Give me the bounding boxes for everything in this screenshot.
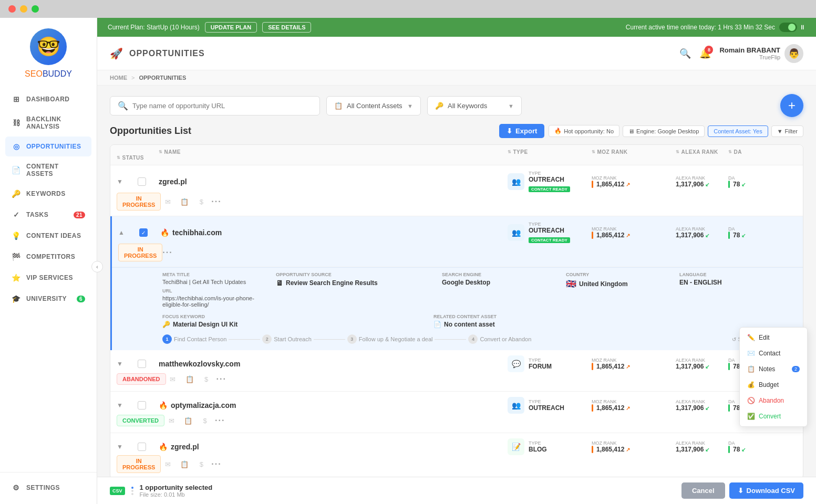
arrow-up-icon: ↗ <box>626 364 630 370</box>
mail-action-icon[interactable]: ✉ <box>164 414 178 427</box>
row-checkbox-checked[interactable]: ✓ <box>139 228 148 237</box>
row-expand-btn[interactable]: ▼ <box>117 402 138 409</box>
filter-btn[interactable]: ▼ Filter <box>771 125 803 137</box>
note-action-icon[interactable]: 📋 <box>178 195 191 208</box>
alexa-rank-cell: ALEXA RANK 1,317,906 ↙ <box>676 399 728 412</box>
sidebar-item-opportunities[interactable]: ◎ OPPORTUNITIES <box>5 136 91 156</box>
mail-action-icon[interactable]: ✉ <box>161 195 174 208</box>
step-num: 3 <box>347 334 357 344</box>
minimize-dot[interactable] <box>20 5 27 13</box>
row-checkbox[interactable] <box>138 360 146 368</box>
col-status[interactable]: ⇅ STATUS <box>117 155 138 161</box>
col-alexa[interactable]: ⇅ ALEXA RANK <box>676 149 728 155</box>
step-2[interactable]: 2 Start Outreach <box>262 334 312 344</box>
budget-action-icon[interactable]: $ <box>194 195 208 208</box>
maximize-dot[interactable] <box>32 5 39 13</box>
context-notes-item[interactable]: 📋 Notes 2 <box>740 361 807 377</box>
opp-source-label: OPPORTUNITY SOURCE <box>276 272 433 277</box>
more-btn[interactable]: ··· <box>162 248 172 257</box>
context-convert-item[interactable]: ✅ Convert <box>740 408 807 424</box>
fab-plus-icon: + <box>788 98 796 113</box>
more-btn[interactable]: ··· <box>216 374 226 384</box>
toggle-control[interactable] <box>779 23 797 32</box>
step-label: Convert or Abandon <box>480 336 531 342</box>
row-expand-btn[interactable]: ▼ <box>117 443 138 450</box>
row-checkbox[interactable] <box>138 401 146 410</box>
budget-action-icon[interactable]: $ <box>198 414 212 427</box>
context-budget-label: Budget <box>759 381 779 388</box>
cancel-btn[interactable]: Cancel <box>681 482 725 499</box>
context-budget-item[interactable]: 💰 Budget <box>740 377 807 393</box>
sidebar-item-dashboard[interactable]: ⊞ DASHBOARD <box>5 89 91 109</box>
context-edit-item[interactable]: ✏️ Edit <box>740 330 807 345</box>
more-btn[interactable]: ··· <box>211 459 221 469</box>
contact-ready-badge: CONTACT READY <box>529 186 570 192</box>
step-3[interactable]: 3 Follow up & Negotiate a deal <box>347 334 433 344</box>
add-opportunity-fab[interactable]: + <box>780 94 803 117</box>
more-btn[interactable]: ··· <box>215 416 225 425</box>
note-action-icon[interactable]: 📋 <box>178 457 191 471</box>
col-da[interactable]: ⇅ DA <box>728 149 797 155</box>
sidebar-collapse-btn[interactable]: ‹ <box>91 261 103 272</box>
export-btn[interactable]: ⬇ Export <box>499 124 544 138</box>
row-expand-btn[interactable]: ▼ <box>117 178 138 185</box>
row-actions: ✉ 📋 $ ··· <box>161 195 221 208</box>
content-assets-icon: 📄 <box>12 165 21 175</box>
budget-action-icon[interactable]: $ <box>194 457 208 471</box>
mail-action-icon[interactable]: ✉ <box>161 457 174 471</box>
sidebar-item-content-assets[interactable]: 📄 CONTENT ASSETS <box>5 158 91 183</box>
col-name[interactable]: ⇅ NAME <box>159 149 508 155</box>
breadcrumb-home[interactable]: HOME <box>110 75 127 81</box>
see-details-btn[interactable]: SEE DETAILS <box>262 22 311 33</box>
notifications-btn[interactable]: 🔔 8 <box>699 48 711 59</box>
toggle-switch[interactable]: ⏸ <box>779 23 805 32</box>
note-action-icon[interactable]: 📋 <box>183 372 197 386</box>
step-1[interactable]: 1 Find Contact Person <box>162 334 226 344</box>
sidebar-item-label: VIP SERVICES <box>26 274 73 281</box>
step-4[interactable]: 4 Convert or Abandon <box>468 334 531 344</box>
row-expand-btn[interactable]: ▲ <box>118 229 139 236</box>
note-action-icon[interactable]: 📋 <box>181 414 195 427</box>
row-checkbox[interactable] <box>138 443 146 451</box>
sidebar-item-backlink[interactable]: ⛓ BACKLINK ANALYSIS <box>5 110 91 135</box>
col-type[interactable]: ⇅ TYPE <box>508 149 592 155</box>
sidebar-item-vip[interactable]: ⭐ VIP SERVICES <box>5 268 91 288</box>
sidebar-item-label: BACKLINK ANALYSIS <box>26 116 85 130</box>
sidebar-item-keywords[interactable]: 🔑 KEYWORDS <box>5 184 91 204</box>
sidebar-item-content-ideas[interactable]: 💡 CONTENT IDEAS <box>5 226 91 246</box>
row-checkbox[interactable] <box>138 177 146 186</box>
hot-opportunity-tag[interactable]: 🔥 Hot opportunity: No <box>549 125 619 137</box>
row-expand-btn[interactable]: ▼ <box>117 360 138 368</box>
breadcrumb: HOME > OPPORTUNITIES <box>97 70 816 86</box>
alexa-rank-cell: ALEXA RANK 1,317,906 ↙ <box>676 358 728 370</box>
sidebar-item-settings[interactable]: ⚙ SETTINGS <box>5 478 91 498</box>
sidebar-item-competitors[interactable]: 🏁 COMPETITORS <box>5 247 91 267</box>
sidebar-item-university[interactable]: 🎓 UNIVERSITY 6 <box>5 289 91 309</box>
mail-action-icon[interactable]: ✉ <box>166 372 180 386</box>
file-icon: 📄 <box>433 321 441 328</box>
bottom-bar: CSV 1 opportunity selected File size: 0.… <box>97 477 816 504</box>
close-dot[interactable] <box>8 5 16 13</box>
content-assets-filter[interactable]: 📋 All Content Assets ▼ <box>326 96 421 116</box>
content-asset-tag[interactable]: Content Asset: Yes <box>708 125 768 137</box>
more-btn[interactable]: ··· <box>211 197 221 206</box>
keywords-filter[interactable]: 🔑 All Keywords ▼ <box>427 96 522 116</box>
col-moz[interactable]: ⇅ MOZ RANK <box>592 149 676 155</box>
search-icon[interactable]: 🔍 <box>679 48 691 59</box>
budget-action-icon[interactable]: $ <box>200 372 213 386</box>
convert-icon: ✅ <box>747 413 755 420</box>
alexa-rank-value: 1,317,906 ↙ <box>676 446 728 453</box>
download-csv-btn[interactable]: ⬇ Download CSV <box>729 482 803 499</box>
context-abandon-item[interactable]: 🚫 Abandon <box>740 393 807 408</box>
sidebar-item-tasks[interactable]: ✓ TASKS 21 <box>5 205 91 225</box>
da-cell: DA 78 ↙ <box>728 226 797 239</box>
keywords-icon: 🔑 <box>12 189 21 198</box>
logo-area: 🤓 SEOBUDDY <box>25 23 72 89</box>
type-name: OUTREACH <box>529 404 564 412</box>
engine-tag[interactable]: 🖥 Engine: Google Desktop <box>623 125 705 137</box>
context-contact-item[interactable]: ✉️ Contact <box>740 345 807 361</box>
search-input[interactable] <box>132 102 312 110</box>
user-info: Romain BRABANT TrueFlip 👨 <box>719 44 803 63</box>
update-plan-btn[interactable]: UPDATE PLAN <box>205 22 257 33</box>
da-value: 78 ↙ <box>728 232 797 239</box>
